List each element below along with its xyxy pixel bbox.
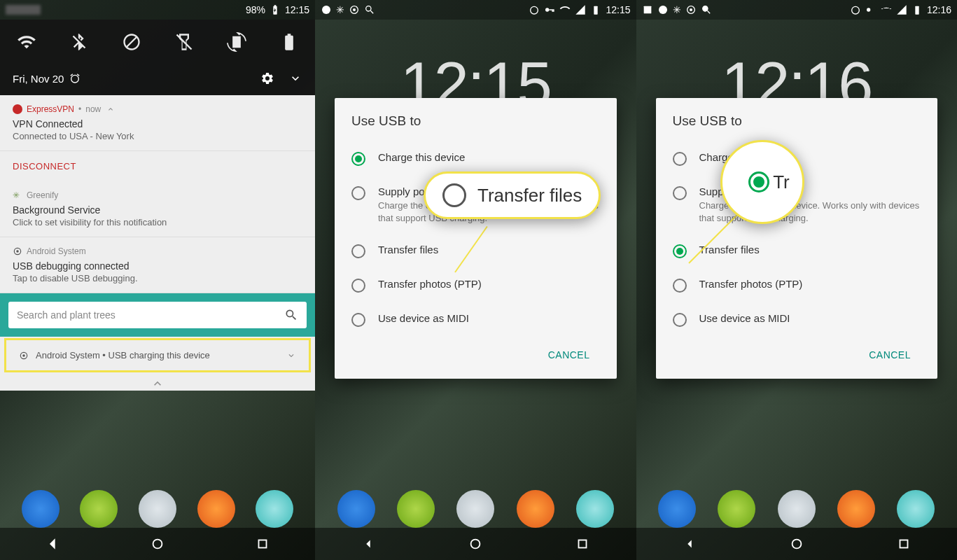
- vpn-icon: [657, 4, 669, 15]
- search-input[interactable]: Search and plant trees: [8, 302, 307, 328]
- quick-settings: Fri, Nov 20: [0, 20, 315, 95]
- image-icon: [642, 4, 653, 15]
- dock-app-mail[interactable]: [139, 490, 176, 528]
- dock-app-firefox[interactable]: [517, 490, 554, 528]
- svg-line-0: [176, 35, 191, 50]
- option-midi[interactable]: Use device as MIDI: [351, 302, 600, 337]
- search-widget: Search and plant trees: [0, 293, 315, 337]
- option-charge[interactable]: Charge this device: [351, 141, 600, 176]
- settings-icon[interactable]: [260, 71, 274, 85]
- option-transfer-files[interactable]: Transfer files: [673, 234, 921, 268]
- home-icon[interactable]: [150, 536, 165, 552]
- option-transfer-photos[interactable]: Transfer photos (PTP): [351, 268, 600, 302]
- nav-bar: [636, 528, 958, 560]
- dock-app-messages[interactable]: [718, 490, 755, 528]
- callout-bubble: Transfer files: [424, 172, 601, 219]
- home-icon[interactable]: [468, 536, 483, 552]
- back-icon[interactable]: [682, 536, 697, 552]
- disconnect-action[interactable]: DISCONNECT: [0, 151, 315, 181]
- dock-app-messages[interactable]: [80, 490, 118, 528]
- key-icon: [544, 4, 555, 15]
- usb-dialog: Use USB to Charge this device Supply pow…: [656, 98, 938, 379]
- app-dock: [0, 490, 315, 528]
- radio-icon: [351, 244, 365, 258]
- battery-charging-icon: [911, 4, 923, 15]
- alarm-icon: [529, 4, 540, 15]
- back-icon[interactable]: [361, 536, 376, 552]
- radio-icon: [673, 152, 687, 166]
- home-icon[interactable]: [789, 536, 804, 552]
- dock-app-phone[interactable]: [658, 490, 696, 528]
- cancel-button[interactable]: CANCEL: [862, 344, 918, 366]
- bluetooth-off-icon[interactable]: [69, 32, 89, 52]
- collapse-chevron-icon[interactable]: [151, 377, 165, 391]
- battery-charging-icon: [590, 4, 601, 15]
- autorotate-icon[interactable]: [227, 32, 246, 52]
- svg-point-2: [16, 250, 19, 253]
- option-midi[interactable]: Use device as MIDI: [673, 302, 921, 337]
- option-transfer-files[interactable]: Transfer files: [351, 234, 600, 268]
- recents-icon[interactable]: [896, 536, 911, 552]
- status-time: 12:16: [927, 4, 951, 15]
- dialog-title: Use USB to: [673, 113, 921, 129]
- signal-icon: [575, 4, 586, 15]
- back-icon[interactable]: [45, 536, 60, 552]
- svg-point-10: [531, 6, 538, 14]
- dock-app-firefox[interactable]: [837, 490, 875, 528]
- dock-app-phone[interactable]: [337, 490, 375, 528]
- qs-date: Fri, Nov 20: [13, 73, 64, 85]
- settings-small-icon: [13, 246, 22, 256]
- wifi-icon: [881, 4, 892, 15]
- recents-icon[interactable]: [255, 536, 270, 552]
- app-dock: [636, 490, 958, 528]
- alarm-icon: [850, 4, 861, 15]
- search-icon: [284, 308, 298, 322]
- radio-checked-icon: [673, 244, 687, 258]
- settings-small-icon: [19, 351, 29, 360]
- status-time: 12:15: [606, 4, 630, 15]
- radio-icon: [673, 186, 687, 200]
- svg-point-16: [659, 6, 667, 14]
- dock-app-mail[interactable]: [778, 490, 816, 528]
- flashlight-off-icon[interactable]: [174, 32, 194, 52]
- svg-point-5: [153, 540, 162, 549]
- dock-app-messages[interactable]: [397, 490, 435, 528]
- svg-point-4: [22, 354, 25, 357]
- status-time: 12:15: [285, 4, 309, 15]
- radio-icon: [351, 186, 365, 200]
- usb-dialog: Use USB to Charge this device Supply pow…: [335, 98, 617, 379]
- alarm-icon: [69, 73, 81, 84]
- search-icon: [364, 4, 375, 15]
- callout-circle: Tr: [720, 140, 804, 224]
- dialog-title: Use USB to: [351, 113, 600, 129]
- recents-icon[interactable]: [575, 536, 590, 552]
- status-bar: ✳ 12:15: [315, 0, 636, 20]
- dock-app-phone[interactable]: [22, 490, 60, 528]
- dock-app-browser[interactable]: [256, 490, 293, 528]
- chevron-up-icon: [106, 105, 115, 113]
- chevron-down-icon: [286, 351, 296, 360]
- notification-item[interactable]: Android System USB debugging connected T…: [0, 237, 315, 293]
- dock-app-firefox[interactable]: [197, 490, 235, 528]
- cancel-button[interactable]: CANCEL: [541, 344, 597, 366]
- redacted-area: [6, 5, 41, 15]
- svg-point-7: [322, 6, 330, 14]
- radio-icon: [351, 152, 365, 166]
- usb-notification[interactable]: Android System • USB charging this devic…: [6, 340, 309, 370]
- svg-point-20: [867, 8, 870, 11]
- dock-app-browser[interactable]: [576, 490, 614, 528]
- nav-bar: [315, 528, 636, 560]
- dnd-off-icon[interactable]: [122, 32, 141, 52]
- notification-item[interactable]: ExpressVPN•now VPN Connected Connected t…: [0, 95, 315, 151]
- option-transfer-photos[interactable]: Transfer photos (PTP): [673, 268, 921, 302]
- svg-rect-23: [900, 540, 907, 548]
- key-icon: [865, 4, 876, 15]
- battery-icon[interactable]: [279, 32, 299, 52]
- radio-checked-icon: [748, 172, 769, 192]
- wifi-icon[interactable]: [17, 32, 36, 52]
- dock-app-mail[interactable]: [456, 490, 494, 528]
- notification-item[interactable]: ✳Greenify Background Service Click to se…: [0, 181, 315, 237]
- dock-app-browser[interactable]: [897, 490, 935, 528]
- expand-icon[interactable]: [288, 71, 302, 85]
- svg-point-11: [545, 8, 549, 11]
